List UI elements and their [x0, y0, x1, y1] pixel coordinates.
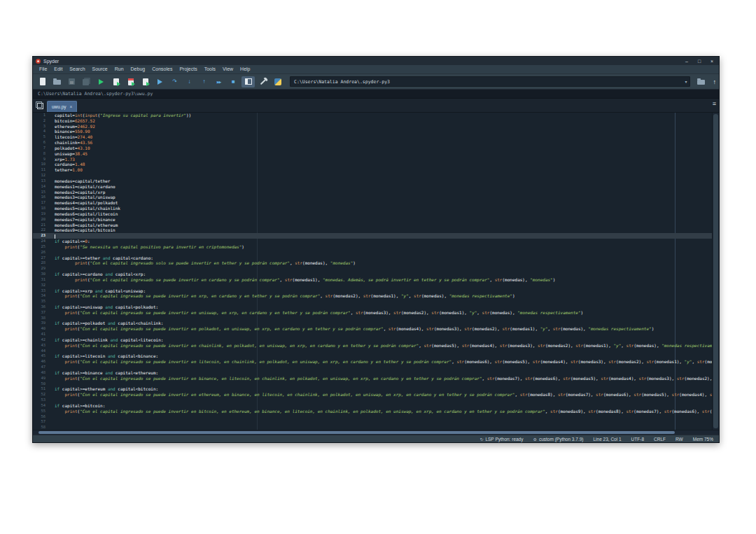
code-line-46[interactable]: 46 print("Con el capital ingresado se pu…: [33, 359, 712, 365]
code-line-54[interactable]: 54if capital>=bitcoin:: [33, 403, 712, 409]
line-code-16[interactable]: monedas3=capital/uniswap: [46, 195, 712, 200]
code-line-38[interactable]: 38: [33, 316, 712, 321]
editor-text-area[interactable]: 1capital=int(input("Ingrese su capital p…: [33, 113, 712, 430]
code-line-40[interactable]: 40 print("Con el capital ingresado se pu…: [33, 326, 712, 332]
open-file-button[interactable]: [50, 76, 64, 87]
code-line-17[interactable]: 17monedas4=capital/polkadot: [33, 200, 712, 206]
line-number-6[interactable]: 6: [33, 140, 46, 146]
vertical-scrollbar[interactable]: [712, 113, 719, 430]
line-code-2[interactable]: bitcoin=62657.52: [46, 118, 712, 124]
line-number-30[interactable]: 30: [33, 272, 46, 277]
menu-item-file[interactable]: File: [36, 65, 50, 73]
line-number-2[interactable]: 2: [33, 118, 46, 124]
run-file-button[interactable]: [94, 76, 108, 87]
line-number-31[interactable]: 31: [33, 277, 46, 283]
line-number-16[interactable]: 16: [33, 195, 46, 200]
code-line-39[interactable]: 39if capital>=polkadot and capital<chain…: [33, 321, 712, 326]
line-code-46[interactable]: print("Con el capital ingresado se puede…: [46, 359, 712, 365]
code-line-19[interactable]: 19monedas6=capital/litecoin: [33, 211, 712, 217]
line-code-25[interactable]: print("Se necesita un capital positivo p…: [46, 244, 712, 250]
line-number-17[interactable]: 17: [33, 200, 46, 206]
line-number-7[interactable]: 7: [33, 146, 46, 151]
code-line-20[interactable]: 20monedas7=capital/binance: [33, 217, 712, 223]
line-number-3[interactable]: 3: [33, 124, 46, 129]
line-code-21[interactable]: monedas8=capital/ethereum: [46, 223, 712, 228]
line-code-34[interactable]: print("Con el capital ingresado se puede…: [46, 293, 712, 299]
line-code-4[interactable]: binance=550.90: [46, 129, 712, 134]
code-line-32[interactable]: 32: [33, 283, 712, 288]
tab-uwu-py[interactable]: uwu.py ×: [47, 101, 77, 112]
line-code-23[interactable]: [46, 233, 712, 239]
new-file-button[interactable]: [36, 76, 49, 87]
debug-file-button[interactable]: [153, 76, 167, 87]
menu-item-projects[interactable]: Projects: [176, 65, 200, 73]
code-line-9[interactable]: 9xrp=1.73: [33, 157, 712, 162]
run-cell-button[interactable]: [109, 76, 122, 87]
save-button[interactable]: [65, 76, 78, 87]
code-line-58[interactable]: 58: [33, 425, 712, 430]
line-code-44[interactable]: [46, 349, 712, 354]
code-line-47[interactable]: 47: [33, 365, 712, 370]
working-directory-combobox[interactable]: C:\Users\Natalia Andrea\.spyder-py3 ▾: [290, 76, 690, 87]
line-code-48[interactable]: if capital>=binance and capital<ethereum…: [46, 370, 712, 376]
line-code-50[interactable]: [46, 381, 712, 387]
line-code-10[interactable]: cardano=1.48: [46, 162, 712, 167]
line-number-53[interactable]: 53: [33, 398, 46, 403]
code-line-7[interactable]: 7polkadot=43.10: [33, 146, 712, 151]
code-line-15[interactable]: 15monedas2=capital/xrp: [33, 190, 712, 195]
line-code-6[interactable]: chainlink=43.56: [46, 140, 712, 146]
code-line-49[interactable]: 49 print("Con el capital ingresado se pu…: [33, 376, 712, 381]
line-number-20[interactable]: 20: [33, 217, 46, 223]
line-code-38[interactable]: [46, 316, 712, 321]
tab-options-menu-icon[interactable]: ≡: [713, 101, 716, 107]
tab-close-icon[interactable]: ×: [70, 104, 73, 109]
line-code-53[interactable]: [46, 398, 712, 403]
code-line-50[interactable]: 50: [33, 381, 712, 387]
step-over-button[interactable]: ↷: [168, 76, 181, 87]
line-number-9[interactable]: 9: [33, 157, 46, 162]
line-code-32[interactable]: [46, 283, 712, 288]
line-number-19[interactable]: 19: [33, 211, 46, 217]
save-all-button[interactable]: [80, 76, 93, 87]
line-code-24[interactable]: if capital<=0:: [46, 239, 712, 244]
maximize-button[interactable]: □: [694, 57, 705, 65]
line-number-33[interactable]: 33: [33, 288, 46, 294]
line-code-54[interactable]: if capital>=bitcoin:: [46, 403, 712, 409]
line-code-41[interactable]: [46, 332, 712, 337]
code-line-52[interactable]: 52 print("Con el capital ingresado se pu…: [33, 392, 712, 398]
line-number-51[interactable]: 51: [33, 386, 46, 392]
line-code-1[interactable]: capital=int(input("Ingrese su capital pa…: [46, 113, 712, 118]
line-number-26[interactable]: 26: [33, 250, 46, 255]
line-code-17[interactable]: monedas4=capital/polkadot: [46, 200, 712, 206]
code-line-21[interactable]: 21monedas8=capital/ethereum: [33, 223, 712, 228]
code-line-23[interactable]: 23: [33, 233, 712, 239]
code-line-5[interactable]: 5litecoin=274.40: [33, 134, 712, 140]
line-number-39[interactable]: 39: [33, 321, 46, 326]
vertical-scrollbar-thumb[interactable]: [713, 114, 718, 428]
line-number-49[interactable]: 49: [33, 376, 46, 381]
code-line-57[interactable]: 57: [33, 419, 712, 425]
horizontal-scrollbar-thumb[interactable]: [38, 431, 675, 434]
code-line-48[interactable]: 48if capital>=binance and capital<ethere…: [33, 370, 712, 376]
code-line-53[interactable]: 53: [33, 398, 712, 403]
line-code-5[interactable]: litecoin=274.40: [46, 134, 712, 140]
line-code-45[interactable]: if capital>=litecoin and capital<binance…: [46, 353, 712, 359]
line-code-58[interactable]: [46, 425, 712, 430]
code-line-45[interactable]: 45if capital>=litecoin and capital<binan…: [33, 353, 712, 359]
menu-item-source[interactable]: Source: [89, 65, 111, 73]
line-number-48[interactable]: 48: [33, 370, 46, 376]
step-into-button[interactable]: ↓: [183, 76, 196, 87]
line-number-35[interactable]: 35: [33, 299, 46, 304]
line-number-57[interactable]: 57: [33, 419, 46, 425]
line-code-51[interactable]: if capital>=ethereum and capital<bitcoin…: [46, 386, 712, 392]
line-code-56[interactable]: [46, 414, 712, 420]
line-number-29[interactable]: 29: [33, 266, 46, 272]
line-code-9[interactable]: xrp=1.73: [46, 157, 712, 162]
line-code-30[interactable]: if capital>=cardano and capital<xrp:: [46, 272, 712, 277]
line-code-26[interactable]: [46, 250, 712, 255]
code-line-4[interactable]: 4binance=550.90: [33, 129, 712, 134]
code-line-25[interactable]: 25 print("Se necesita un capital positiv…: [33, 244, 712, 250]
line-number-11[interactable]: 11: [33, 167, 46, 173]
code-line-37[interactable]: 37 print("Con el capital ingresado se pu…: [33, 310, 712, 316]
browse-directory-button[interactable]: [694, 76, 708, 87]
